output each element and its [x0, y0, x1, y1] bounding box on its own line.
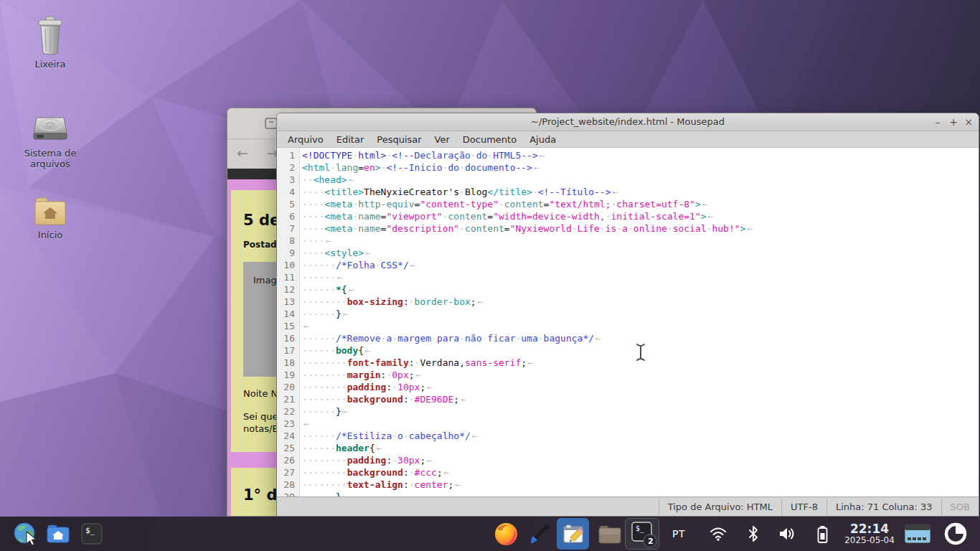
- svg-text:$_: $_: [85, 526, 95, 535]
- eyedropper-icon: [529, 523, 550, 545]
- code-line: 19········margin:·0px;←: [277, 369, 979, 381]
- menu-arquivo[interactable]: Arquivo: [281, 133, 330, 146]
- menu-editar[interactable]: Editar: [330, 133, 371, 146]
- code-line: 28········text-align:·center;←: [277, 479, 979, 491]
- onscreen-keyboard-icon[interactable]: [903, 517, 933, 551]
- terminal-icon: $_: [81, 523, 103, 545]
- status-filetype[interactable]: Tipo de Arquivo: HTML: [659, 498, 781, 516]
- firefox-taskbar-icon[interactable]: [491, 517, 521, 551]
- menu-ajuda[interactable]: Ajuda: [523, 133, 562, 146]
- editor-lines: 1<!DOCTYPE·html>·<!--Declaração·do·HTML5…: [277, 149, 979, 497]
- code-line: 7····<meta·name="description"·content="N…: [277, 222, 979, 235]
- trash-icon: [13, 14, 88, 56]
- harddrive-icon: [13, 103, 88, 145]
- maximize-button[interactable]: +: [947, 116, 960, 128]
- terminal-badge-count: 2: [648, 537, 654, 546]
- code-line: 18········font-family:·Verdana,sans-seri…: [277, 357, 979, 369]
- code-line: 11······←: [277, 271, 979, 283]
- clock-time: 22:14: [844, 522, 895, 536]
- code-line: 5····<meta·http-equiv="content-type"·con…: [277, 198, 979, 210]
- window-title: ~/Project_website/index.html - Mousepad: [277, 116, 979, 127]
- code-line: 3··<head>←: [277, 174, 979, 186]
- mousepad-taskbar-icon-active[interactable]: [557, 518, 589, 550]
- terminal-launcher[interactable]: $_: [77, 517, 106, 551]
- code-line: 13········box-sizing:·border-box;←: [277, 296, 979, 308]
- home-folder-icon: [13, 185, 88, 227]
- globe-pointer-icon: [13, 522, 37, 546]
- back-button[interactable]: ←: [237, 145, 248, 161]
- desktop-icon-trash[interactable]: Lixeira: [13, 14, 88, 70]
- menu-pesquisar[interactable]: Pesquisar: [370, 133, 428, 146]
- code-line: 15←: [277, 320, 979, 332]
- code-line: 14······}←: [277, 308, 979, 320]
- post-title: 1° d: [243, 486, 277, 504]
- editor-text-area[interactable]: 1<!DOCTYPE·html>·<!--Declaração·do·HTML5…: [277, 148, 979, 497]
- terminal-window-icon: $_ 2: [626, 519, 659, 549]
- code-line: 25······header{←: [277, 442, 979, 454]
- home-folder-blue-icon: [47, 524, 70, 544]
- code-line: 1<!DOCTYPE·html>·<!--Declaração·do·HTML5…: [277, 149, 979, 161]
- color-picker-taskbar-icon[interactable]: [526, 517, 553, 551]
- desktop-icon-home[interactable]: Início: [13, 185, 88, 240]
- code-line: 27········background:·#ccc;←: [277, 466, 979, 479]
- notepad-pencil-icon: [562, 523, 584, 545]
- terminal-taskbar-icon[interactable]: $_ 2: [625, 518, 659, 550]
- clock-date: 2025-05-04: [844, 536, 895, 545]
- firefox-icon: [494, 522, 519, 547]
- code-line: 23←: [277, 418, 979, 430]
- desktop-icon-filesystem[interactable]: Sistema de arquivos: [13, 103, 88, 169]
- desktop-icon-label: Sistema de arquivos: [13, 148, 88, 169]
- keyboard-layout-indicator[interactable]: PT: [666, 517, 692, 551]
- code-line: 12······*{←: [277, 283, 979, 296]
- code-line: 20········padding:·10px;←: [277, 381, 979, 393]
- mousepad-status-bar: Tipo de Arquivo: HTML UTF-8 Linha: 71 Co…: [277, 496, 979, 516]
- volume-icon[interactable]: [775, 517, 801, 551]
- code-line: 8····←: [277, 235, 979, 247]
- clock-widget[interactable]: 22:14 2025-05-04: [841, 517, 898, 551]
- close-button[interactable]: ×: [962, 116, 975, 128]
- status-overwrite-mode[interactable]: SOB: [941, 498, 979, 516]
- taskbar-panel: $_: [0, 517, 980, 551]
- clock-pie-icon[interactable]: [940, 517, 971, 551]
- web-browser-launcher[interactable]: [9, 517, 42, 551]
- code-line: 9····<style>←: [277, 247, 979, 259]
- text-cursor-pointer: [636, 343, 646, 364]
- wifi-icon[interactable]: [706, 517, 730, 551]
- file-manager-launcher[interactable]: [43, 517, 73, 551]
- code-line: 26········padding:·30px;←: [277, 454, 979, 466]
- post-text-line: Sei que: [243, 411, 278, 422]
- menu-documento[interactable]: Documento: [456, 133, 523, 146]
- code-line: 16······/*Remove·a·margem·para·não·ficar…: [277, 332, 979, 344]
- desktop-icon-label: Início: [13, 230, 88, 240]
- svg-text:$_: $_: [636, 524, 645, 533]
- mousepad-window[interactable]: ~/Project_website/index.html - Mousepad …: [276, 113, 979, 517]
- battery-icon[interactable]: [812, 517, 832, 551]
- mousepad-menu-bar: Arquivo Editar Pesquisar Ver Documento A…: [277, 131, 979, 148]
- bluetooth-icon[interactable]: [743, 517, 763, 551]
- desktop-icon-label: Lixeira: [13, 59, 88, 70]
- file-manager-taskbar-icon[interactable]: [595, 517, 624, 551]
- code-line: 17······body{←: [277, 344, 979, 357]
- folder-icon: [598, 524, 621, 544]
- code-line: 22······}←: [277, 405, 979, 418]
- code-line: 2<html·lang=en>·<!--Inicio·do·documento-…: [277, 161, 979, 174]
- minimize-button[interactable]: –: [931, 116, 944, 128]
- code-line: 21········background:·#DE96DE;←: [277, 393, 979, 405]
- post-text-line: Noite N: [243, 388, 278, 399]
- desktop-screen: Lixeira Sistema de arquivos: [0, 0, 980, 551]
- menu-ver[interactable]: Ver: [428, 133, 456, 146]
- post-title: 5 de: [243, 212, 280, 229]
- code-line: 4····<title>TheNyxieCreator's·Blog</titl…: [277, 186, 979, 198]
- status-encoding[interactable]: UTF-8: [781, 498, 826, 516]
- mousepad-title-bar[interactable]: ~/Project_website/index.html - Mousepad …: [277, 113, 979, 131]
- status-cursor-position: Linha: 71 Coluna: 33: [826, 498, 941, 516]
- code-line: 6····<meta·name="viewport"·content="widt…: [277, 210, 979, 222]
- code-line: 10······/*Folha·CSS*/←: [277, 259, 979, 271]
- post-text-line: notas/E: [243, 423, 278, 434]
- code-line: 24······/*Estiliza·o·cabeçalho*/←: [277, 430, 979, 442]
